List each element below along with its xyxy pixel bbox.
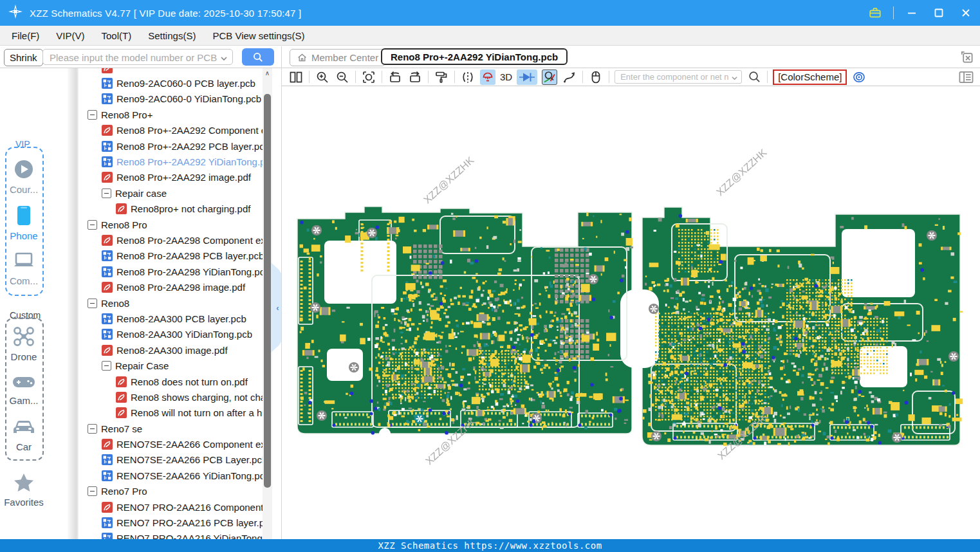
minimize-button[interactable] — [903, 4, 921, 22]
member-center-button[interactable]: Member Center — [290, 49, 385, 66]
menu-item-file-f-[interactable]: File(F) — [12, 30, 39, 41]
pcb-canvas[interactable] — [287, 86, 980, 540]
tree-item[interactable]: Reno8-2AA300 PCB layer.pcb — [79, 311, 263, 326]
tree-node[interactable]: Repair case — [79, 185, 263, 201]
model-search-input[interactable] — [48, 50, 219, 65]
tree-item[interactable]: RENO7 PRO-2AA216 Component e — [79, 499, 263, 515]
component-search-icon[interactable] — [746, 69, 762, 85]
shrink-button[interactable]: Shrink — [4, 49, 43, 66]
pdf-file-icon — [102, 282, 113, 293]
rail-item-course[interactable]: Cour... — [0, 158, 48, 195]
layer-panel-icon[interactable] — [958, 69, 974, 85]
tree-node[interactable]: Reno7 se — [79, 421, 263, 436]
tree-item[interactable]: Reno8 Pro+-2AA292 YiDianTong.p — [79, 154, 263, 169]
component-search-input[interactable] — [619, 71, 730, 83]
tree-item[interactable]: RENO7 PRO-2AA216 PCB layer.pcb — [79, 515, 263, 530]
tab-open-pcb[interactable]: Reno8 Pro+-2AA292 YiDianTong.pcb — [381, 48, 568, 65]
tree-item-label: Reno8-2AA300 image.pdf — [116, 345, 228, 356]
eye-layers-icon[interactable] — [851, 69, 867, 85]
tree-item[interactable]: Reno8 Pro+-2AA292 PCB layer.pcb — [79, 138, 263, 154]
zoom-in-icon[interactable] — [315, 69, 330, 85]
chevron-down-icon[interactable] — [220, 53, 228, 65]
tree-item[interactable]: RENO7SE-2AA266 PCB Layer.pcb — [79, 452, 263, 468]
tree-node[interactable]: Reno8 — [79, 295, 263, 311]
rail-item-label: Phone — [0, 230, 48, 241]
collapse-expander-icon[interactable] — [88, 424, 97, 434]
tree-node[interactable]: Reno8 Pro — [79, 217, 263, 232]
menu-item-pcb-view-settings-s-[interactable]: PCB View settings(S) — [212, 30, 304, 41]
menu-item-vip-v-[interactable]: VIP(V) — [56, 30, 84, 41]
tree-item[interactable] — [79, 68, 263, 75]
menu-item-tool-t-[interactable]: Tool(T) — [102, 30, 132, 41]
tree-item[interactable]: Reno8 Pro-2AA298 YiDianTong.pc — [79, 264, 263, 279]
vip-briefcase-icon[interactable] — [866, 4, 884, 22]
split-view-icon[interactable] — [288, 69, 304, 85]
rail-item-favorites[interactable]: Favorites — [0, 472, 48, 508]
tree-item[interactable]: Reno9-2AC060-0 PCB layer.pcb — [79, 75, 263, 91]
zoom-out-icon[interactable] — [335, 69, 350, 85]
tree-item[interactable]: Reno8-2AA300 image.pdf — [79, 342, 263, 358]
chevron-down-icon[interactable] — [731, 73, 738, 84]
rail-item-car[interactable]: Car — [0, 417, 48, 452]
mouse-icon[interactable] — [588, 69, 604, 85]
tree-item[interactable]: Reno9-2AC060-0 YiDianTong.pcb — [79, 91, 263, 107]
collapse-expander-icon[interactable] — [88, 110, 97, 120]
view-3d-button[interactable]: 3D — [500, 71, 512, 82]
tree-node[interactable]: Repair Case — [79, 358, 263, 373]
curve-trace-icon[interactable] — [562, 69, 577, 85]
probe-measure-icon[interactable] — [542, 69, 557, 85]
tree-item[interactable]: Reno8 Pro-2AA298 PCB layer.pcb — [79, 248, 263, 264]
model-search-combo[interactable] — [42, 49, 233, 65]
viewer-toolbar: 3D — [282, 68, 980, 86]
color-scheme-button[interactable]: [ColorScheme] — [773, 69, 847, 85]
rotate-cw-icon[interactable] — [407, 69, 423, 85]
tree-item[interactable]: Reno8pro+ not charging.pdf — [79, 201, 263, 217]
paint-roller-icon[interactable] — [434, 69, 449, 85]
tree-item[interactable]: RENO7SE-2AA266 Component exp — [79, 436, 263, 452]
tree-item[interactable]: Reno8 Pro-2AA298 Component ex — [79, 232, 263, 248]
rotate-ccw-icon[interactable] — [387, 69, 403, 85]
close-panel-icon[interactable] — [959, 50, 974, 64]
tree-item-label: RENO7 PRO-2AA216 Component e — [116, 502, 263, 513]
tree-item[interactable]: Reno8 shows charging, not cha — [79, 389, 263, 405]
fit-screen-icon[interactable] — [361, 69, 376, 85]
mirror-flip-icon[interactable] — [460, 69, 476, 85]
tree-node[interactable]: Reno8 Pro+ — [79, 107, 263, 122]
collapse-expander-icon[interactable] — [102, 189, 111, 198]
rail-item-computer[interactable]: Com... — [0, 250, 48, 286]
rail-item-drone[interactable]: Drone — [0, 326, 48, 362]
tree-item-label: Reno8 Pro+-2AA292 image.pdf — [116, 172, 251, 183]
tree-item-label: Reno8 Pro-2AA298 image.pdf — [116, 282, 245, 293]
component-search-combo[interactable] — [615, 70, 742, 84]
tree-scrollbar[interactable]: ∧ — [263, 68, 272, 539]
collapse-expander-icon[interactable] — [88, 220, 97, 230]
tree-item[interactable]: RENO7SE-2AA266 YiDianTong.pcb — [79, 468, 263, 483]
tree-item-label: Reno8pro+ not charging.pdf — [131, 203, 250, 214]
tree-item[interactable]: Reno8 will not turn on after a h — [79, 405, 263, 421]
tree-item[interactable]: Reno8 Pro-2AA298 image.pdf — [79, 279, 263, 295]
tree-item-label: Reno8 Pro+-2AA292 YiDianTong.p — [116, 156, 263, 167]
collapse-expander-icon[interactable] — [88, 486, 97, 496]
rail-item-phone[interactable]: Phone — [0, 205, 48, 241]
scrollbar-thumb[interactable] — [264, 94, 271, 488]
rail-item-label: Drone — [0, 351, 48, 362]
close-button[interactable] — [957, 4, 975, 22]
rail-item-game[interactable]: Gam... — [0, 373, 48, 406]
pcb-file-icon — [102, 329, 113, 340]
diode-icon[interactable] — [517, 69, 537, 85]
rail-item-label: Car — [0, 441, 48, 452]
tree-item[interactable]: Reno8-2AA300 YiDianTong.pcb — [79, 327, 263, 342]
menu-item-settings-s-[interactable]: Settings(S) — [148, 30, 196, 41]
tree-item[interactable]: Reno8 Pro+-2AA292 Component e — [79, 123, 263, 138]
maximize-button[interactable] — [930, 4, 948, 22]
tree-item[interactable]: RENO7 PRO-2AA216 YiDianTong.p — [79, 531, 263, 539]
lamp-highlight-icon[interactable] — [480, 69, 495, 85]
collapse-expander-icon[interactable] — [102, 361, 111, 371]
pdf-file-icon — [116, 392, 127, 403]
collapse-expander-icon[interactable] — [88, 299, 97, 308]
tree-node[interactable]: Reno7 Pro — [79, 484, 263, 499]
scroll-up-icon[interactable]: ∧ — [263, 69, 272, 77]
tree-item[interactable]: Reno8 does not turn on.pdf — [79, 374, 263, 389]
search-button[interactable] — [242, 48, 274, 66]
tree-item[interactable]: Reno8 Pro+-2AA292 image.pdf — [79, 170, 263, 185]
